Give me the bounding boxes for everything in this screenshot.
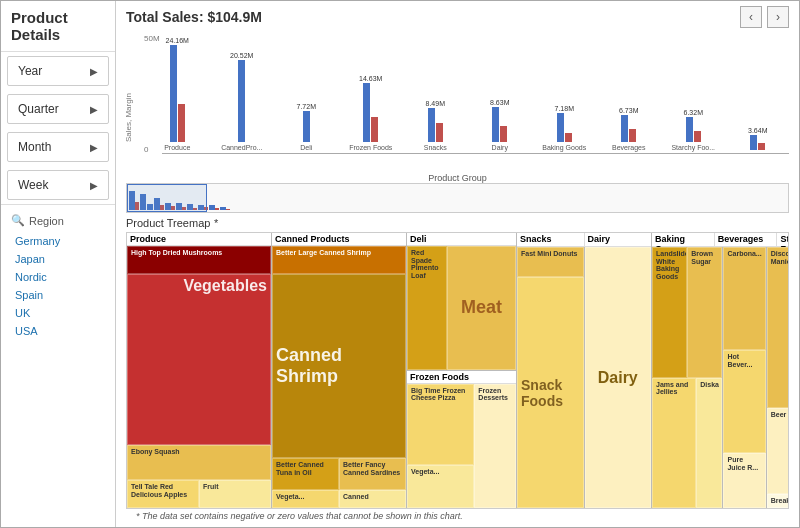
tm-canned-header: Canned Products [272, 233, 406, 246]
bar-chart-section: Sales, Margin 50M 0 24.16MProduce20.52MC… [116, 28, 799, 183]
tm-baking-header: Baking Goo... [652, 233, 715, 246]
tm-right-section: Baking Goo... Beverages Starchy Foods La… [652, 233, 789, 508]
treemap-title-text: Product Treemap [126, 217, 210, 229]
tm-cell[interactable]: Landslide White Baking Goods [652, 247, 687, 378]
tm-deli-header: Deli [407, 233, 516, 246]
region-item-germany[interactable]: Germany [1, 232, 115, 250]
filter-quarter-arrow: ▶ [90, 104, 98, 115]
bar-pair [211, 60, 274, 142]
bar-group[interactable]: 6.32MStarchy Foo... [662, 109, 725, 152]
tm-cell[interactable]: Better Canned Tuna in Oil [272, 458, 339, 490]
mini-chart-selector[interactable] [127, 184, 207, 212]
bar-pair [340, 83, 403, 142]
bar-group[interactable]: 6.73MBeverages [598, 107, 661, 152]
tm-cell[interactable]: Diska [696, 378, 722, 509]
tm-cell[interactable]: Frozen Desserts [474, 384, 516, 509]
bar-group[interactable]: 8.49MSnacks [404, 100, 467, 152]
tm-cell[interactable]: Canned [339, 490, 406, 508]
nav-arrows: ‹ › [740, 6, 789, 28]
bar-group[interactable]: 3.64M [727, 127, 790, 152]
tm-cell[interactable]: Red Spade Pimento Loaf [407, 246, 447, 370]
tm-deli-frozen: Deli Red Spade Pimento Loaf Meat Froz [407, 233, 517, 508]
bar-blue [428, 108, 435, 142]
bar-pair [533, 113, 596, 142]
region-item-spain[interactable]: Spain [1, 286, 115, 304]
tm-cell[interactable]: Ebony Squash [127, 445, 271, 480]
sidebar: Product Details Year ▶ Quarter ▶ Month ▶… [1, 1, 116, 527]
tm-cell[interactable]: Breakfast Foods [767, 494, 789, 508]
bar-group[interactable]: 20.52MCannedPro... [211, 52, 274, 152]
bar-blue [686, 117, 693, 142]
bar-blue-label: 6.32M [684, 109, 703, 117]
tm-cell[interactable]: Vegetables [127, 274, 271, 445]
bar-pair [727, 135, 790, 150]
bar-blue-label: 20.52M [230, 52, 253, 60]
bar-red [178, 104, 185, 142]
tm-cell[interactable]: Vegeta... [272, 490, 339, 508]
region-item-japan[interactable]: Japan [1, 250, 115, 268]
bar-blue-label: 8.49M [426, 100, 445, 108]
tm-cell[interactable]: Fast Mini Donuts [517, 247, 584, 277]
filter-quarter[interactable]: Quarter ▶ [7, 94, 109, 124]
bar-group[interactable]: 14.63MFrozen Foods [340, 75, 403, 152]
bar-red [629, 129, 636, 142]
region-header-label: Region [29, 215, 64, 227]
region-item-nordic[interactable]: Nordic [1, 268, 115, 286]
bar-x-label: CannedPro... [211, 144, 274, 152]
bar-x-label: Deli [275, 144, 338, 152]
bar-blue-label: 7.18M [555, 105, 574, 113]
mini-chart[interactable] [126, 183, 789, 213]
filter-week-arrow: ▶ [90, 180, 98, 191]
tm-cell[interactable]: Discover Manicotti [767, 247, 789, 408]
bar-pair [404, 108, 467, 142]
filter-year[interactable]: Year ▶ [7, 56, 109, 86]
prev-button[interactable]: ‹ [740, 6, 762, 28]
bar-blue-label: 24.16M [166, 37, 189, 45]
bar-group[interactable]: 7.72MDeli [275, 103, 338, 152]
tm-cell[interactable]: Better Fancy Canned Sardines [339, 458, 406, 490]
bar-red [371, 117, 378, 142]
bar-group[interactable]: 8.63MDairy [469, 99, 532, 152]
tm-cell[interactable]: Carbona... [723, 247, 765, 350]
next-button[interactable]: › [767, 6, 789, 28]
bar-blue [238, 60, 245, 142]
bar-blue-label: 3.64M [748, 127, 767, 135]
bar-pair [275, 111, 338, 142]
bar-x-label: Beverages [598, 144, 661, 152]
region-item-uk[interactable]: UK [1, 304, 115, 322]
bar-blue-label: 7.72M [297, 103, 316, 111]
tm-cell[interactable]: Vegeta... [407, 465, 474, 509]
filter-year-arrow: ▶ [90, 66, 98, 77]
tm-cell[interactable]: Dairy [585, 247, 652, 508]
tm-cell[interactable]: Beer and Wine [767, 408, 789, 494]
bar-blue [557, 113, 564, 142]
tm-cell[interactable]: Hot Bever... [723, 350, 765, 453]
tm-cell[interactable]: High Top Dried Mushrooms [127, 246, 271, 274]
tm-cell[interactable]: Pure Juice R... [723, 453, 765, 508]
bar-blue [621, 115, 628, 142]
x-axis-line [162, 153, 789, 154]
tm-produce: Produce High Top Dried Mushrooms Vegetab… [127, 233, 272, 508]
bar-pair [469, 107, 532, 142]
tm-cell[interactable]: Fruit [199, 480, 271, 508]
tm-cell[interactable]: Tell Tale Red Delicious Apples [127, 480, 199, 508]
bar-x-label: Snacks [404, 144, 467, 152]
bar-group[interactable]: 7.18MBaking Goods [533, 105, 596, 152]
treemap-section: Product Treemap * Produce High Top Dried… [116, 213, 799, 527]
tm-cell[interactable]: Big Time Frozen Cheese Pizza [407, 384, 474, 465]
tm-cell[interactable]: Better Large Canned Shrimp [272, 246, 406, 274]
tm-cell[interactable]: Meat [447, 246, 516, 370]
y-axis-label: Sales, Margin [124, 42, 133, 142]
bar-blue-label: 6.73M [619, 107, 638, 115]
tm-cell[interactable]: Canned Shrimp [272, 274, 406, 458]
filter-month[interactable]: Month ▶ [7, 132, 109, 162]
region-item-usa[interactable]: USA [1, 322, 115, 340]
x-axis-label: Product Group [126, 173, 789, 183]
tm-cell[interactable]: Jams and Jellies [652, 378, 696, 509]
tm-cell[interactable]: Brown Sugar [687, 247, 722, 378]
bar-pair [598, 115, 661, 142]
mini-bar-red [226, 209, 230, 210]
tm-cell[interactable]: Snack Foods [517, 277, 584, 508]
bar-group[interactable]: 24.16MProduce [146, 37, 209, 152]
filter-week[interactable]: Week ▶ [7, 170, 109, 200]
